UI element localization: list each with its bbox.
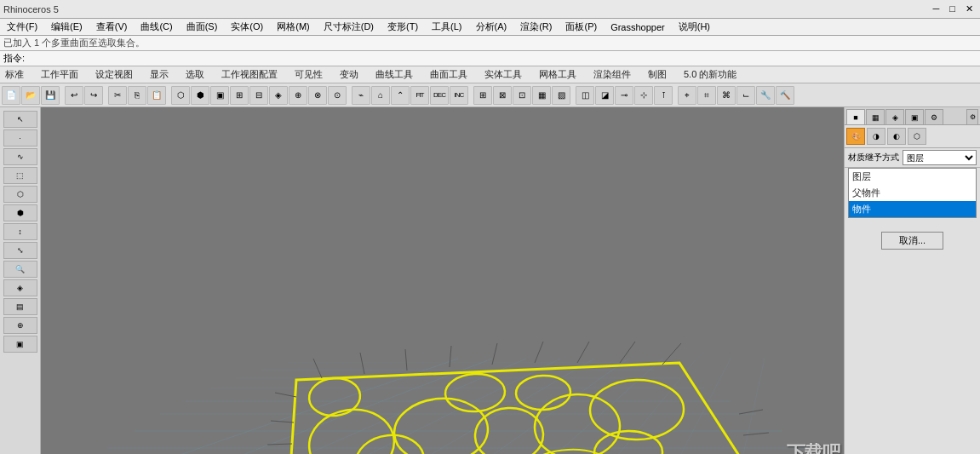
toolbar-label-4[interactable]: 选取 — [182, 68, 208, 81]
left-tool-snap[interactable]: ⊕ — [3, 317, 37, 334]
toolbar-icon-16[interactable]: ⊞ — [473, 86, 492, 105]
rpanel-tab-3[interactable]: ▣ — [905, 109, 924, 124]
left-tool-transform[interactable]: ⤡ — [3, 242, 37, 259]
menu-grasshopper[interactable]: Grasshopper — [607, 22, 668, 32]
menu-help[interactable]: 说明(H) — [675, 20, 714, 33]
toolbar-icon-9[interactable]: ⊙ — [328, 86, 347, 105]
left-tool-layer[interactable]: ▤ — [3, 298, 37, 315]
rpanel-tab-2[interactable]: ◈ — [885, 109, 904, 124]
left-tool-solid[interactable]: ⬡ — [3, 186, 37, 203]
toolbar-label-8[interactable]: 曲线工具 — [372, 68, 416, 81]
toolbar-label-14[interactable]: 5.0 的新功能 — [680, 68, 740, 81]
toolbar-icon-14[interactable]: DEC — [430, 86, 449, 105]
toolbar-icon-15[interactable]: INC — [450, 86, 468, 105]
toolbar-icon-20[interactable]: ▧ — [552, 86, 570, 105]
toolbar-icon-18[interactable]: ⊡ — [513, 86, 531, 105]
toolbar-icon-13[interactable]: FIT — [410, 86, 429, 105]
toolbar-icon-29[interactable]: ⌙ — [736, 86, 755, 105]
toolbar-icon-24[interactable]: ⊹ — [634, 86, 653, 105]
rpanel-tab-4[interactable]: ⚙ — [925, 109, 943, 124]
toolbar-icon-new[interactable]: 📄 — [2, 86, 20, 105]
left-tool-surface[interactable]: ⬚ — [3, 167, 37, 184]
menu-file[interactable]: 文件(F) — [3, 20, 41, 33]
command-input[interactable] — [28, 53, 977, 65]
left-tool-widget[interactable]: ▣ — [3, 336, 37, 353]
left-tool-render[interactable]: ◈ — [3, 279, 37, 296]
rpanel-icon-env[interactable]: ◐ — [887, 128, 906, 145]
toolbar-icon-22[interactable]: ◪ — [595, 86, 614, 105]
toolbar-label-12[interactable]: 渲染组件 — [590, 68, 634, 81]
menu-dim[interactable]: 尺寸标注(D) — [320, 20, 377, 33]
toolbar-icon-21[interactable]: ◫ — [576, 86, 594, 105]
ok-button[interactable]: 取消... — [881, 232, 943, 250]
toolbar-icon-6[interactable]: ◈ — [269, 86, 288, 105]
toolbar-icon-31[interactable]: 🔨 — [776, 86, 794, 105]
toolbar-label-2[interactable]: 设定视图 — [92, 68, 136, 81]
toolbar-label-13[interactable]: 制图 — [645, 68, 670, 81]
toolbar-label-3[interactable]: 显示 — [146, 68, 172, 81]
toolbar-icon-11[interactable]: ⌂ — [371, 86, 390, 105]
toolbar-label-0[interactable]: 标准 — [2, 68, 27, 81]
toolbar-icon-save[interactable]: 💾 — [41, 86, 60, 105]
toolbar-icon-7[interactable]: ⊕ — [289, 86, 307, 105]
rpanel-icon-material[interactable]: 🎨 — [846, 128, 865, 145]
left-tool-curve[interactable]: ∿ — [3, 148, 37, 165]
toolbar-label-11[interactable]: 网格工具 — [536, 68, 580, 81]
rpanel-tab-0[interactable]: ■ — [846, 109, 865, 124]
toolbar-icon-5[interactable]: ⊟ — [249, 86, 268, 105]
toolbar-icon-10[interactable]: ⌁ — [352, 86, 370, 105]
toolbar-icon-17[interactable]: ⊠ — [493, 86, 512, 105]
left-tool-point[interactable]: · — [3, 129, 37, 147]
toolbar-label-7[interactable]: 变动 — [336, 68, 362, 81]
viewport[interactable]: Perspective ▼ — [41, 107, 844, 454]
dropdown-option-object[interactable]: 物件 — [849, 201, 976, 217]
toolbar-label-10[interactable]: 实体工具 — [481, 68, 525, 81]
menu-transform[interactable]: 变形(T) — [384, 20, 421, 33]
toolbar-icon-27[interactable]: ⌗ — [697, 86, 716, 105]
toolbar-icon-cut[interactable]: ✂ — [108, 86, 127, 105]
left-tool-select[interactable]: ↖ — [3, 111, 37, 128]
rpanel-icon-texture[interactable]: ◑ — [867, 128, 885, 145]
toolbar-label-1[interactable]: 工作平面 — [37, 68, 82, 81]
menu-surface[interactable]: 曲面(S) — [183, 20, 221, 33]
rpanel-tab-1[interactable]: ▦ — [866, 109, 885, 124]
menu-analyze[interactable]: 分析(A) — [473, 20, 511, 33]
dropdown-option-parent[interactable]: 父物件 — [849, 185, 976, 201]
menu-edit[interactable]: 编辑(E) — [48, 20, 86, 33]
material-select[interactable]: 图层 父物件 物件 — [903, 150, 977, 165]
left-tool-dim[interactable]: ↕ — [3, 223, 37, 240]
menu-render[interactable]: 渲染(R) — [517, 20, 555, 33]
toolbar-icon-undo[interactable]: ↩ — [65, 86, 83, 105]
toolbar-icon-25[interactable]: ⊺ — [654, 86, 673, 105]
toolbar-icon-12[interactable]: ⌃ — [391, 86, 410, 105]
toolbar-icon-copy[interactable]: ⎘ — [128, 86, 146, 105]
toolbar-icon-26[interactable]: ⌖ — [678, 86, 696, 105]
menu-curve[interactable]: 曲线(C) — [137, 20, 175, 33]
toolbar-icon-2[interactable]: ⬢ — [191, 86, 209, 105]
toolbar-label-9[interactable]: 曲面工具 — [427, 68, 471, 81]
dropdown-option-layer[interactable]: 图层 — [849, 169, 976, 185]
menu-panels[interactable]: 面板(P) — [562, 20, 600, 33]
toolbar-icon-paste[interactable]: 📋 — [147, 86, 166, 105]
rpanel-tab-settings[interactable]: ⚙ — [966, 109, 978, 124]
toolbar-icon-1[interactable]: ⬡ — [171, 86, 190, 105]
toolbar-label-6[interactable]: 可见性 — [291, 68, 326, 81]
toolbar-icon-23[interactable]: ⊸ — [615, 86, 633, 105]
rpanel-icon-bump[interactable]: ⬡ — [908, 128, 926, 145]
menu-view[interactable]: 查看(V) — [93, 20, 131, 33]
toolbar-label-5[interactable]: 工作视图配置 — [218, 68, 281, 81]
menu-mesh[interactable]: 网格(M) — [273, 20, 313, 33]
toolbar-icon-8[interactable]: ⊗ — [308, 86, 327, 105]
menu-solid[interactable]: 实体(O) — [227, 20, 266, 33]
toolbar-icon-28[interactable]: ⌘ — [717, 86, 736, 105]
toolbar-icon-4[interactable]: ⊞ — [230, 86, 249, 105]
toolbar-icon-redo[interactable]: ↪ — [84, 86, 103, 105]
menu-tools[interactable]: 工具(L) — [428, 20, 465, 33]
left-tool-mesh[interactable]: ⬢ — [3, 204, 37, 221]
window-controls[interactable]: ─ □ ✕ — [930, 3, 977, 14]
left-tool-analyze[interactable]: 🔍 — [3, 261, 37, 278]
toolbar-icon-30[interactable]: 🔧 — [756, 86, 775, 105]
toolbar-icon-open[interactable]: 📂 — [21, 86, 40, 105]
toolbar-icon-3[interactable]: ▣ — [210, 86, 229, 105]
toolbar-icon-19[interactable]: ▦ — [532, 86, 551, 105]
